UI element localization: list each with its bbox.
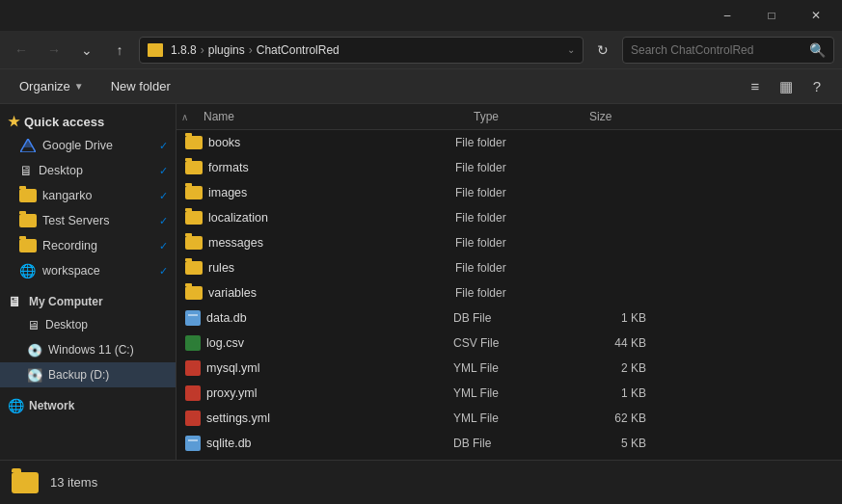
- file-name-rules: rules: [208, 261, 455, 275]
- path-segment-1[interactable]: 1.8.8: [171, 43, 197, 57]
- sidebar-item-desktop-label: Desktop: [39, 164, 83, 177]
- view-toggle-button[interactable]: ≡: [742, 73, 769, 100]
- workspace-icon: 🌐: [19, 263, 37, 279]
- new-folder-button[interactable]: New folder: [103, 75, 178, 97]
- file-name-settings-yml: settings.yml: [206, 411, 453, 425]
- csv-icon-log: [185, 335, 201, 351]
- file-size-mysql-yml: 2 KB: [569, 361, 646, 375]
- file-area: ∧ Name Type Size books File folder forma…: [177, 104, 842, 460]
- network-label: Network: [29, 399, 74, 412]
- folder-icon-images: [185, 186, 203, 199]
- sidebar-item-recording[interactable]: Recording ✓: [0, 233, 176, 258]
- file-row[interactable]: settings.yml YML File 62 KB: [177, 406, 842, 431]
- file-row[interactable]: data.db DB File 1 KB: [177, 305, 842, 331]
- file-size-log-csv: 44 KB: [569, 336, 646, 350]
- file-row[interactable]: formats File folder: [177, 155, 842, 180]
- file-name-variables: variables: [208, 286, 455, 300]
- sidebar-item-google-drive[interactable]: Google Drive ✓: [0, 133, 176, 158]
- file-row[interactable]: mysql.yml YML File 2 KB: [177, 356, 842, 381]
- sidebar-network-header[interactable]: 🌐 Network: [0, 395, 176, 416]
- file-type-formats: File folder: [455, 161, 571, 174]
- sidebar-item-google-drive-label: Google Drive: [42, 139, 113, 152]
- path-segment-3[interactable]: ChatControlRed: [257, 43, 340, 57]
- back-button[interactable]: ←: [8, 37, 35, 64]
- sidebar-sub-item-windows[interactable]: 💿 Windows 11 (C:): [0, 337, 176, 362]
- file-name-messages: messages: [208, 236, 455, 250]
- file-type-sqlite-db: DB File: [453, 437, 569, 450]
- sidebar-item-workspace[interactable]: 🌐 workspace ✓: [0, 258, 176, 283]
- toolbar-right: ≡ ▦ ?: [742, 73, 830, 100]
- main-content: ★ Quick access Google Drive ✓ 🖥 Desktop …: [0, 104, 842, 460]
- sidebar-item-test-servers[interactable]: Test Servers ✓: [0, 208, 176, 233]
- file-name-images: images: [208, 186, 455, 199]
- file-row[interactable]: rules File folder: [177, 255, 842, 280]
- folder-icon-rules: [185, 261, 203, 275]
- file-row[interactable]: proxy.yml YML File 1 KB: [177, 381, 842, 406]
- col-header-type[interactable]: Type: [466, 104, 582, 129]
- help-button[interactable]: ?: [803, 73, 830, 100]
- sidebar-sub-item-backup-label: Backup (D:): [48, 368, 109, 382]
- file-name-sqlite-db: sqlite.db: [206, 437, 453, 450]
- search-icon[interactable]: 🔍: [809, 42, 826, 58]
- folder-icon-formats: [185, 161, 203, 174]
- file-row[interactable]: localization File folder: [177, 205, 842, 230]
- file-name-proxy-yml: proxy.yml: [206, 386, 453, 400]
- file-row[interactable]: log.csv CSV File 44 KB: [177, 331, 842, 356]
- maximize-button[interactable]: □: [749, 0, 794, 31]
- file-type-proxy-yml: YML File: [453, 386, 569, 400]
- folder-icon-recording: [19, 239, 37, 252]
- sidebar-quick-access-header[interactable]: ★ Quick access: [0, 110, 176, 133]
- sidebar-my-computer-header[interactable]: 🖥 My Computer: [0, 291, 176, 312]
- sidebar-sub-item-windows-label: Windows 11 (C:): [48, 343, 134, 357]
- file-row[interactable]: books File folder: [177, 130, 842, 155]
- path-segment-2[interactable]: plugins: [208, 43, 245, 57]
- desktop-icon: 🖥: [19, 163, 33, 178]
- status-folder-icon: [12, 472, 39, 493]
- file-type-variables: File folder: [455, 286, 571, 300]
- pin-icon-google-drive: ✓: [159, 140, 168, 152]
- sidebar: ★ Quick access Google Drive ✓ 🖥 Desktop …: [0, 104, 177, 460]
- sidebar-sub-item-backup[interactable]: 💽 Backup (D:): [0, 362, 176, 387]
- new-folder-label: New folder: [111, 79, 171, 93]
- file-size-proxy-yml: 1 KB: [569, 386, 646, 400]
- close-button[interactable]: ✕: [794, 0, 838, 31]
- file-row[interactable]: images File folder: [177, 180, 842, 205]
- down-button[interactable]: ⌄: [73, 37, 100, 64]
- file-name-formats: formats: [208, 161, 455, 174]
- network-icon: 🌐: [8, 399, 25, 412]
- file-list: books File folder formats File folder im…: [177, 130, 842, 460]
- file-row[interactable]: variables File folder: [177, 280, 842, 305]
- refresh-button[interactable]: ↻: [589, 37, 616, 64]
- search-bar[interactable]: 🔍: [622, 37, 834, 64]
- pane-toggle-button[interactable]: ▦: [773, 73, 800, 100]
- search-input[interactable]: [631, 43, 803, 57]
- file-name-log-csv: log.csv: [206, 336, 453, 350]
- file-size-data-db: 1 KB: [569, 311, 646, 325]
- sidebar-sub-item-desktop[interactable]: 🖥 Desktop: [0, 312, 176, 337]
- sidebar-item-kangarko[interactable]: kangarko ✓: [0, 183, 176, 208]
- folder-icon-messages: [185, 236, 203, 250]
- star-icon: ★: [8, 114, 20, 129]
- file-size-settings-yml: 62 KB: [569, 411, 646, 425]
- col-header-name[interactable]: Name: [196, 104, 466, 129]
- organize-button[interactable]: Organize ▼: [12, 75, 92, 97]
- sidebar-item-workspace-label: workspace: [42, 264, 100, 278]
- organize-chevron-icon: ▼: [74, 81, 84, 92]
- folder-icon-kangarko: [19, 189, 37, 202]
- col-header-size[interactable]: Size: [582, 104, 659, 129]
- forward-button[interactable]: →: [41, 37, 68, 64]
- minimize-button[interactable]: –: [705, 0, 749, 31]
- file-row[interactable]: messages File folder: [177, 230, 842, 255]
- yml-icon-mysql: [185, 360, 201, 376]
- yml-icon-proxy: [185, 385, 201, 401]
- folder-icon-test-servers: [19, 214, 37, 227]
- file-row[interactable]: sqlite.db DB File 5 KB: [177, 431, 842, 456]
- file-type-rules: File folder: [455, 261, 571, 275]
- gdrive-icon: [19, 138, 37, 153]
- up-button[interactable]: ↑: [106, 37, 133, 64]
- folder-icon-variables: [185, 286, 203, 300]
- path-dropdown[interactable]: ⌄: [567, 44, 575, 55]
- path-bar[interactable]: 1.8.8 › plugins › ChatControlRed ⌄: [139, 37, 584, 64]
- sidebar-item-desktop[interactable]: 🖥 Desktop ✓: [0, 158, 176, 183]
- computer-icon: 🖥: [8, 295, 25, 308]
